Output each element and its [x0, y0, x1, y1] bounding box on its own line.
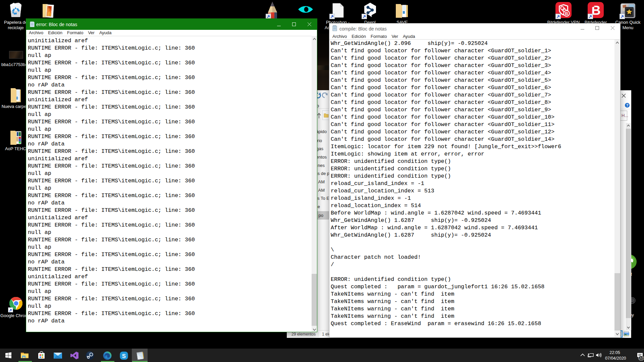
svg-text:B: B — [565, 11, 568, 16]
svg-text:S: S — [122, 353, 126, 359]
